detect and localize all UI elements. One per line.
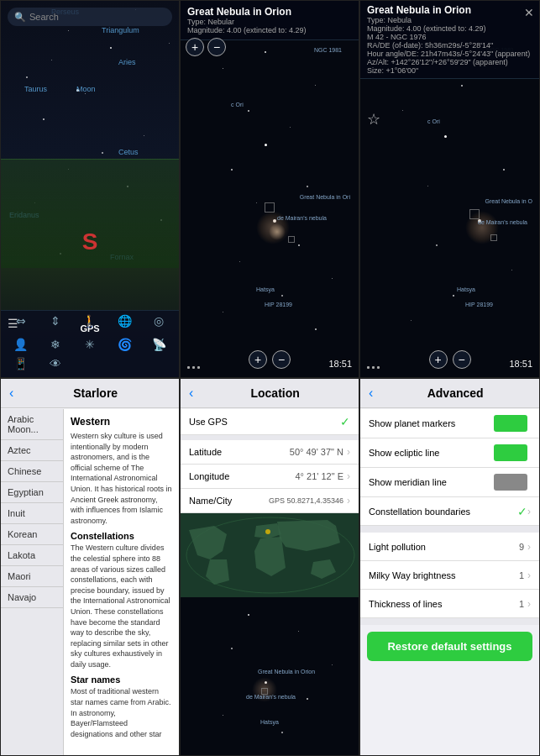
- r-catalog: M 42 - NGC 1976: [367, 33, 532, 41]
- r-time-display: 18:51: [509, 359, 532, 369]
- location-title: Location: [200, 386, 350, 400]
- bookmark-star[interactable]: ☆: [367, 110, 380, 129]
- toolbar-icon-4[interactable]: 🌐: [108, 310, 141, 332]
- nebula-info-header: Great Nebula in Orion Type: Nebula Magni…: [360, 1, 539, 79]
- r-nebula-title: Great Nebula in Orion: [367, 4, 532, 16]
- restore-default-button[interactable]: Restore default settings: [367, 632, 532, 661]
- thickness-label: Thickness of lines: [369, 599, 519, 609]
- starlore-header: ‹ Starlore: [1, 379, 179, 408]
- starlore-title: Starlore: [20, 386, 170, 400]
- latitude-value: 50° 49' 37" N: [290, 447, 343, 457]
- thickness-value: 1: [519, 599, 524, 609]
- toolbar-icon-10[interactable]: 📡: [143, 333, 176, 355]
- starlore-list: Arabic Moon... Aztec Chinese Egyptian In…: [1, 409, 64, 755]
- search-bar[interactable]: 🔍 Search: [8, 8, 172, 26]
- nl-hatsya: Hatsya: [256, 286, 275, 292]
- bottom-zoom-in[interactable]: +: [249, 350, 267, 369]
- location-content: Use GPS ✓ Latitude 50° 49' 37" N › Longi…: [181, 409, 359, 755]
- nebula-detail-panel: NGC 1981 c Ori Great Nebula in Ori de Ma…: [180, 0, 359, 378]
- latitude-row[interactable]: Latitude 50° 49' 37" N ›: [181, 440, 359, 465]
- name-city-row[interactable]: Name/City GPS 50.8271,4.35346 ›: [181, 489, 359, 513]
- longitude-value: 4° 21' 12" E: [296, 471, 344, 481]
- nl-hip28199: HIP 28199: [265, 302, 292, 307]
- toolbar-icon-8[interactable]: ✳: [73, 333, 106, 355]
- thickness-lines-row[interactable]: Thickness of lines 1 ›: [360, 590, 539, 618]
- light-pollution-row[interactable]: Light pollution 9 ›: [360, 533, 539, 561]
- sl-item-arabic[interactable]: Arabic Moon...: [1, 409, 63, 440]
- milky-way-brightness-row[interactable]: Milky Way brightness 1 ›: [360, 561, 539, 590]
- longitude-row[interactable]: Longitude 4° 21' 12" E ›: [181, 465, 359, 489]
- star-label-cetus: Cetus: [118, 148, 139, 156]
- show-meridian-label: Show meridian line: [369, 477, 494, 487]
- r-nebula-marker: [469, 209, 480, 219]
- show-planet-markers-label: Show planet markers: [369, 418, 494, 428]
- location-back-button[interactable]: ‹: [189, 386, 193, 401]
- r-zoom-in[interactable]: +: [429, 350, 448, 369]
- toolbar-icon-9[interactable]: 🌀: [108, 333, 141, 355]
- starlore-back-button[interactable]: ‹: [9, 386, 13, 401]
- toolbar-icon-12[interactable]: 👁: [39, 357, 71, 370]
- use-gps-row[interactable]: Use GPS ✓: [181, 409, 359, 435]
- r-azalt: Az/Alt: +142°26'12"/+26°59'29" (apparent…: [367, 58, 532, 66]
- show-ecliptic-row[interactable]: Show ecliptic line: [360, 438, 539, 468]
- toolbar-icon-5[interactable]: ◎: [143, 310, 176, 332]
- svg-point-2: [265, 529, 270, 534]
- toolbar-icon-1[interactable]: ⇔: [4, 310, 37, 332]
- sl-constellations-text: The Western culture divides the celestia…: [71, 543, 172, 669]
- nebula-header: Great Nebula in Orion Type: Nebular Magn…: [181, 1, 359, 40]
- toolbar: ☰ GPS ⇔ ⇕ 🚶 🌐 ◎ 👤 ❄ ✳ 🌀 📡 📱 👁: [1, 310, 179, 377]
- search-icon: 🔍: [14, 12, 26, 23]
- planet-markers-toggle[interactable]: [494, 415, 527, 432]
- search-placeholder: Search: [29, 12, 59, 22]
- close-button[interactable]: ✕: [524, 6, 534, 19]
- zoom-in-button[interactable]: +: [186, 38, 204, 56]
- constellation-boundaries-row[interactable]: Constellation boundaries ✓ ›: [360, 497, 539, 526]
- nebula-marker-2: [288, 236, 295, 243]
- sl-item-inuit[interactable]: Inuit: [1, 503, 63, 524]
- nebula-info-panel: NGC 1981 c Ori Great Nebula in O de Mair…: [359, 0, 540, 378]
- world-map: [181, 513, 359, 597]
- sl-item-korean[interactable]: Korean: [1, 524, 63, 545]
- starlore-panel: ‹ Starlore Arabic Moon... Aztec Chinese …: [0, 378, 180, 756]
- r-de-mairan: de Mairan's nebula: [478, 219, 527, 225]
- toolbar-icon-2[interactable]: ⇕: [39, 310, 71, 332]
- thickness-arrow-icon: ›: [527, 598, 531, 610]
- milky-way-arrow-icon: ›: [527, 570, 531, 581]
- show-meridian-row[interactable]: Show meridian line: [360, 468, 539, 497]
- toolbar-icon-7[interactable]: ❄: [39, 333, 71, 355]
- use-gps-check: ✓: [340, 415, 350, 428]
- constellation-check: ✓: [517, 505, 527, 518]
- r-zoom-out[interactable]: −: [453, 350, 471, 369]
- show-planet-markers-row[interactable]: Show planet markers: [360, 409, 539, 438]
- meridian-toggle[interactable]: [494, 474, 527, 491]
- sl-item-egyptian[interactable]: Egyptian: [1, 482, 63, 503]
- nl-cori: c Ori: [231, 102, 244, 108]
- sl-culture-title: Western: [71, 416, 172, 428]
- toolbar-icon-11[interactable]: 📱: [4, 357, 37, 370]
- bottom-zoom-out[interactable]: −: [272, 350, 291, 369]
- latitude-arrow-icon: ›: [347, 446, 350, 458]
- nebula-marker: [265, 202, 275, 213]
- grid-dots: [187, 366, 200, 369]
- advanced-back-button[interactable]: ‹: [369, 386, 373, 401]
- sl-item-maori[interactable]: Maori: [1, 566, 63, 587]
- toolbar-icon-3[interactable]: 🚶: [73, 310, 106, 332]
- r-radec: RA/DE (of-date): 5h36m29s/-5°28'14": [367, 41, 532, 50]
- sl-item-navajo[interactable]: Navajo: [1, 587, 63, 608]
- milky-way-label: Milky Way brightness: [369, 570, 519, 580]
- sl-item-aztec[interactable]: Aztec: [1, 440, 63, 461]
- r-grid-dots: [367, 366, 380, 369]
- star-label-taurus: Taurus: [24, 85, 47, 93]
- sl-item-chinese[interactable]: Chinese: [1, 461, 63, 482]
- nl-ngc1981: NGC 1981: [314, 47, 342, 53]
- r-nebula-type: Type: Nebula: [367, 16, 532, 24]
- ecliptic-toggle[interactable]: [494, 444, 527, 461]
- nebula-core: [269, 223, 286, 240]
- advanced-header: ‹ Advanced: [360, 379, 539, 408]
- sl-item-lakota[interactable]: Lakota: [1, 545, 63, 566]
- toolbar-icon-6[interactable]: 👤: [4, 333, 37, 355]
- nl-de-mairan: de Mairan's nebula: [277, 215, 327, 221]
- name-city-value: GPS 50.8271,4.35346: [269, 496, 343, 505]
- light-pollution-value: 9: [519, 542, 524, 552]
- zoom-out-button[interactable]: −: [207, 38, 226, 56]
